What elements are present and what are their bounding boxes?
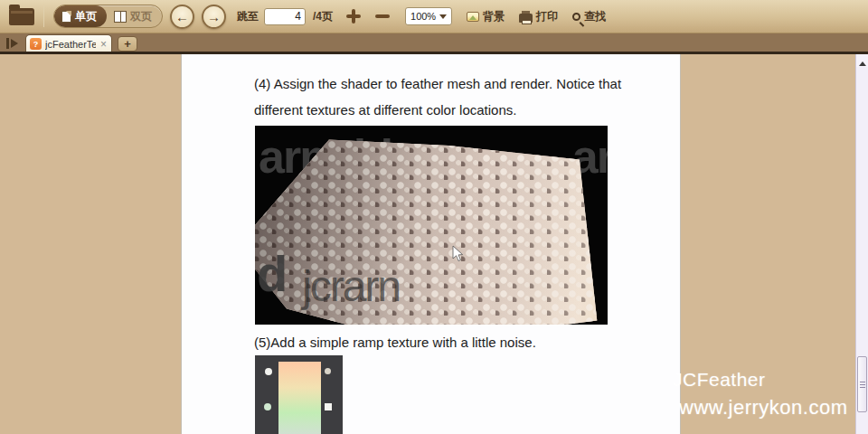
previous-page-button[interactable]: ← (170, 5, 194, 29)
background-button[interactable]: 背景 (467, 9, 505, 24)
new-tab-button[interactable]: + (118, 36, 137, 52)
print-label: 打印 (536, 9, 558, 24)
single-page-button[interactable]: 单页 (54, 5, 107, 27)
arrow-left-icon: ← (175, 10, 189, 24)
tab-bar: ? jcFeatherTex... × + (0, 33, 868, 52)
ramp-handle-dot[interactable] (265, 368, 272, 375)
jump-to-label: 跳至 (237, 9, 259, 24)
print-button[interactable]: 打印 (519, 9, 558, 24)
single-page-label: 单页 (75, 9, 97, 24)
toolbar-separator (43, 5, 44, 27)
ramp-handle-dot[interactable] (325, 368, 331, 374)
zoom-in-button[interactable] (345, 8, 362, 24)
arnold-watermark: d (257, 249, 286, 299)
background-label: 背景 (483, 9, 505, 24)
ramp-handle-square[interactable] (325, 403, 332, 410)
double-page-label: 双页 (130, 9, 152, 24)
color-ramp-gradient (278, 362, 321, 434)
arnold-watermark: jcrarn (302, 265, 400, 308)
printer-icon (519, 14, 533, 23)
content-area: (4) Assign the shader to feather mesh an… (0, 54, 868, 434)
sidebar-toggle-icon (6, 38, 9, 49)
ramp-handle-dot[interactable] (264, 403, 271, 410)
document-tab[interactable]: ? jcFeatherTex... × (25, 34, 112, 52)
search-icon (572, 13, 580, 21)
zoom-out-button[interactable] (374, 8, 391, 24)
arrow-right-icon: → (207, 10, 221, 24)
step4-line1: (4) Assign the shader to feather mesh an… (254, 71, 643, 97)
background-icon (467, 12, 479, 22)
ramp-texture-widget (255, 355, 343, 434)
step4-line2: different textures at different color lo… (254, 97, 643, 123)
tab-title: jcFeatherTex... (45, 39, 96, 50)
pdf-reader-window: 单页 双页 ← → 跳至 /4页 100% 背景 打印 (0, 0, 868, 434)
scrollbar-thumb[interactable] (857, 356, 867, 412)
paragraph-step4: (4) Assign the shader to feather mesh an… (254, 71, 643, 123)
pdf-page: (4) Assign the shader to feather mesh an… (181, 54, 681, 434)
page-number-input[interactable] (264, 8, 306, 25)
sidebar-toggle-button[interactable] (0, 34, 24, 52)
mouse-cursor-icon (452, 245, 464, 262)
tab-close-button[interactable]: × (99, 39, 108, 50)
paragraph-step5: (5)Add a simple ramp texture with a litt… (254, 329, 643, 355)
double-page-button[interactable]: 双页 (107, 5, 162, 27)
zoom-level-select[interactable]: 100% (405, 7, 452, 25)
folder-icon (9, 8, 34, 25)
find-label: 查找 (584, 9, 606, 24)
zoom-level-value: 100% (410, 11, 436, 22)
video-watermark-url: www.jerrykon.com (679, 396, 847, 420)
open-file-button[interactable] (5, 8, 34, 25)
toolbar: 单页 双页 ← → 跳至 /4页 100% 背景 打印 (0, 0, 868, 33)
document-icon: ? (30, 38, 42, 50)
video-watermark-title: JCFeather (673, 369, 766, 391)
page-mode-toggle: 单页 双页 (53, 5, 163, 28)
feather-render-image: arnold ar d jcrarn (255, 126, 608, 325)
find-button[interactable]: 查找 (572, 9, 606, 24)
chevron-down-icon (439, 14, 447, 23)
next-page-button[interactable]: → (202, 5, 226, 29)
scroll-up-button[interactable] (856, 54, 868, 67)
vertical-scrollbar[interactable] (855, 54, 868, 434)
page-total-label: /4页 (313, 9, 333, 24)
single-page-icon (61, 11, 71, 23)
double-page-icon (114, 11, 127, 23)
